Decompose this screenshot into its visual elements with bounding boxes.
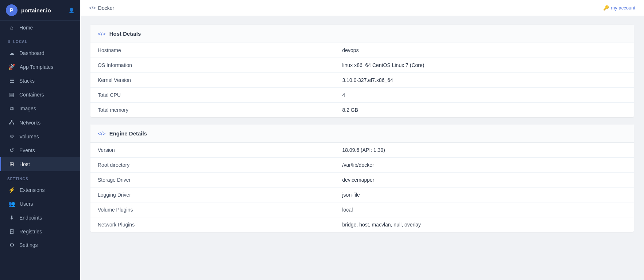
sidebar-item-images-label: Images bbox=[19, 106, 36, 111]
row-value: devicemapper bbox=[335, 173, 634, 188]
main-content: </> Docker 🔑 my account </> Host Details… bbox=[80, 0, 644, 280]
row-value: linux x86_64 CentOS Linux 7 (Core) bbox=[335, 58, 634, 73]
row-value: local bbox=[335, 202, 634, 217]
row-label: Logging Driver bbox=[90, 188, 335, 202]
breadcrumb: </> Docker bbox=[89, 5, 114, 11]
sidebar-item-home[interactable]: ⌂ Home bbox=[0, 21, 80, 34]
users-icon: 👥 bbox=[8, 201, 15, 207]
logo-text: portainer.io bbox=[21, 7, 51, 13]
key-icon: 🔑 bbox=[603, 5, 609, 11]
sidebar-item-endpoints[interactable]: ⬇ Endpoints bbox=[0, 211, 80, 225]
settings-icon: ⚙ bbox=[8, 242, 15, 248]
row-label: Total memory bbox=[90, 103, 335, 118]
code-bracket-icon: </> bbox=[98, 31, 106, 37]
host-details-header: </> Host Details bbox=[90, 25, 634, 43]
row-label: Version bbox=[90, 143, 335, 158]
row-value: 3.10.0-327.el7.x86_64 bbox=[335, 73, 634, 88]
row-label: Storage Driver bbox=[90, 173, 335, 188]
endpoints-icon: ⬇ bbox=[8, 214, 15, 221]
table-row: Kernel Version 3.10.0-327.el7.x86_64 bbox=[90, 73, 634, 88]
sidebar: P portainer.io 👤 ⌂ Home ⬇ LOCAL ☁ Dashbo… bbox=[0, 0, 80, 280]
table-row: Hostname devops bbox=[90, 43, 634, 58]
app-logo: P portainer.io 👤 bbox=[0, 0, 80, 21]
table-row: Logging Driver json-file bbox=[90, 188, 634, 202]
engine-details-header: </> Engine Details bbox=[90, 125, 634, 143]
host-details-title: Host Details bbox=[109, 31, 141, 37]
row-label: Network Plugins bbox=[90, 217, 335, 232]
sidebar-item-stacks-label: Stacks bbox=[19, 78, 35, 84]
table-row: Total memory 8.2 GB bbox=[90, 103, 634, 118]
dashboard-icon: ☁ bbox=[8, 50, 15, 56]
registries-icon: 🗄 bbox=[8, 228, 15, 234]
row-value: json-file bbox=[335, 188, 634, 202]
events-icon: ↺ bbox=[8, 147, 15, 154]
table-row: Network Plugins bridge, host, macvlan, n… bbox=[90, 217, 634, 232]
sidebar-item-dashboard[interactable]: ☁ Dashboard bbox=[0, 46, 80, 60]
sidebar-item-app-templates[interactable]: 🚀 App Templates bbox=[0, 60, 80, 74]
top-bar: </> Docker 🔑 my account bbox=[80, 0, 644, 16]
table-row: Version 18.09.6 (API: 1.39) bbox=[90, 143, 634, 158]
extensions-icon: ⚡ bbox=[8, 187, 15, 193]
local-icon: ⬇ bbox=[7, 39, 11, 44]
sidebar-item-host[interactable]: ⊞ Host bbox=[0, 157, 80, 171]
host-details-card: </> Host Details Hostname devops OS Info… bbox=[90, 25, 634, 117]
content-area: </> Host Details Hostname devops OS Info… bbox=[80, 16, 644, 280]
table-row: Storage Driver devicemapper bbox=[90, 173, 634, 188]
breadcrumb-label: Docker bbox=[98, 5, 114, 11]
images-icon: ⧉ bbox=[8, 105, 15, 112]
sidebar-item-settings[interactable]: ⚙ Settings bbox=[0, 238, 80, 252]
sidebar-item-settings-label: Settings bbox=[19, 242, 38, 248]
sidebar-item-volumes[interactable]: ⚙ Volumes bbox=[0, 130, 80, 143]
row-value: devops bbox=[335, 43, 634, 58]
host-icon: ⊞ bbox=[8, 161, 15, 167]
table-row: Total CPU 4 bbox=[90, 88, 634, 103]
row-value: 4 bbox=[335, 88, 634, 103]
sidebar-item-users[interactable]: 👥 Users bbox=[0, 197, 80, 211]
sidebar-item-containers[interactable]: ▤ Containers bbox=[0, 88, 80, 102]
row-label: Volume Plugins bbox=[90, 202, 335, 217]
settings-section-label: SETTINGS bbox=[0, 171, 80, 183]
row-value: /var/lib/docker bbox=[335, 158, 634, 173]
row-label: Total CPU bbox=[90, 88, 335, 103]
sidebar-item-images[interactable]: ⧉ Images bbox=[0, 102, 80, 115]
sidebar-item-users-label: Users bbox=[20, 201, 33, 207]
sidebar-item-containers-label: Containers bbox=[19, 92, 44, 98]
sidebar-item-registries[interactable]: 🗄 Registries bbox=[0, 225, 80, 238]
table-row: Volume Plugins local bbox=[90, 202, 634, 217]
sidebar-item-volumes-label: Volumes bbox=[19, 134, 39, 139]
table-row: Root directory /var/lib/docker bbox=[90, 158, 634, 173]
svg-point-2 bbox=[13, 123, 14, 125]
svg-point-0 bbox=[11, 120, 12, 121]
engine-details-title: Engine Details bbox=[109, 130, 147, 137]
sidebar-item-home-label: Home bbox=[19, 25, 33, 31]
row-label: Kernel Version bbox=[90, 73, 335, 88]
row-label: Root directory bbox=[90, 158, 335, 173]
top-bar-user[interactable]: 🔑 my account bbox=[603, 5, 635, 11]
sidebar-section-local: ⬇ LOCAL bbox=[0, 34, 80, 46]
svg-line-4 bbox=[12, 121, 13, 123]
sidebar-item-stacks[interactable]: ☰ Stacks bbox=[0, 74, 80, 88]
code-icon: </> bbox=[89, 5, 96, 11]
user-link[interactable]: my account bbox=[611, 5, 635, 11]
svg-line-3 bbox=[10, 121, 12, 123]
sidebar-item-host-label: Host bbox=[19, 161, 30, 167]
sidebar-item-events[interactable]: ↺ Events bbox=[0, 143, 80, 157]
row-label: OS Information bbox=[90, 58, 335, 73]
logo-icon: P bbox=[6, 4, 18, 16]
host-details-table: Hostname devops OS Information linux x86… bbox=[90, 43, 634, 117]
sidebar-item-extensions[interactable]: ⚡ Extensions bbox=[0, 183, 80, 197]
networks-icon bbox=[8, 119, 15, 126]
sidebar-item-dashboard-label: Dashboard bbox=[19, 50, 44, 56]
engine-details-card: </> Engine Details Version 18.09.6 (API:… bbox=[90, 125, 634, 232]
sidebar-item-app-templates-label: App Templates bbox=[20, 64, 53, 70]
sidebar-item-events-label: Events bbox=[19, 147, 35, 153]
row-label: Hostname bbox=[90, 43, 335, 58]
header-user-icon[interactable]: 👤 bbox=[69, 8, 74, 13]
sidebar-item-extensions-label: Extensions bbox=[20, 187, 44, 193]
row-value: 8.2 GB bbox=[335, 103, 634, 118]
row-value: 18.09.6 (API: 1.39) bbox=[335, 143, 634, 158]
sidebar-item-networks[interactable]: Networks bbox=[0, 115, 80, 130]
sidebar-item-endpoints-label: Endpoints bbox=[19, 215, 42, 221]
sidebar-item-networks-label: Networks bbox=[19, 120, 40, 126]
table-row: OS Information linux x86_64 CentOS Linux… bbox=[90, 58, 634, 73]
